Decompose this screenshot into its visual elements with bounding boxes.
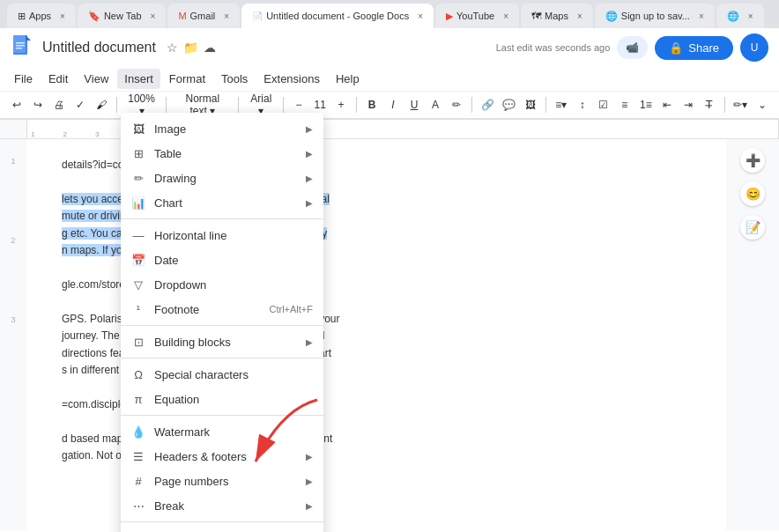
- comment-button[interactable]: 💬: [499, 95, 519, 115]
- arrow-icon-chart: ▶: [306, 198, 313, 208]
- star-icon[interactable]: ☆: [167, 41, 178, 55]
- redo-button[interactable]: ↪: [28, 95, 48, 115]
- tab-maps[interactable]: 🗺 Maps ×: [521, 4, 593, 28]
- text-color-button[interactable]: A: [426, 95, 445, 115]
- tab-gmail[interactable]: M Gmail ×: [167, 4, 240, 28]
- more-button[interactable]: ⌄: [753, 95, 772, 115]
- clear-format-button[interactable]: T̶: [700, 95, 719, 115]
- menu-item-building-blocks[interactable]: ⊡ Building blocks ▶: [121, 329, 323, 354]
- italic-button[interactable]: I: [383, 95, 403, 115]
- lock-icon: 🔒: [669, 41, 683, 55]
- title-actions: ☆ 📁 ☁: [167, 41, 216, 55]
- insert-dropdown-menu: 🖼 Image ▶ ⊞ Table ▶ ✏ Drawing ▶ 📊 Chart …: [121, 113, 323, 532]
- bullets-button[interactable]: ≡: [615, 95, 634, 115]
- title-bar: Untitled document ☆ 📁 ☁ Last edit was se…: [0, 28, 779, 67]
- add-comment-side-icon[interactable]: ➕: [740, 148, 765, 173]
- indent-more-button[interactable]: ⇥: [679, 95, 698, 115]
- image-button[interactable]: 🖼: [521, 95, 540, 115]
- tab-extra[interactable]: 🌐 ×: [716, 4, 764, 28]
- menu-item-equation[interactable]: π Equation: [121, 387, 323, 411]
- menu-file[interactable]: File: [7, 69, 40, 89]
- doc-container: 1 2 3 details?id=com.google.android.apps…: [0, 139, 779, 530]
- break-icon: ⋯: [131, 499, 145, 513]
- tab-youtube[interactable]: ▶ YouTube ×: [435, 4, 519, 28]
- menu-item-date[interactable]: 📅 Date: [121, 248, 323, 272]
- spellcheck-button[interactable]: ✓: [70, 95, 90, 115]
- bold-button[interactable]: B: [362, 95, 382, 115]
- image-menu-icon: 🖼: [131, 122, 145, 136]
- indent-less-button[interactable]: ⇤: [657, 95, 677, 115]
- arrow-icon-break: ▶: [306, 501, 313, 511]
- menu-format[interactable]: Format: [162, 69, 212, 89]
- numbered-button[interactable]: 1≡: [636, 95, 656, 115]
- arrow-icon-pn: ▶: [306, 477, 313, 486]
- paint-format-button[interactable]: 🖌: [92, 95, 111, 115]
- menu-extensions[interactable]: Extensions: [256, 69, 327, 89]
- menu-item-watermark[interactable]: 💧 Watermark: [121, 419, 323, 444]
- meet-icon: 📹: [626, 41, 639, 54]
- equation-icon: π: [131, 392, 145, 406]
- checklist-button[interactable]: ☑: [594, 95, 613, 115]
- menu-item-special-chars[interactable]: Ω Special characters: [121, 362, 323, 387]
- highlight-button[interactable]: ✏: [447, 95, 466, 115]
- meet-button[interactable]: 📹: [617, 36, 648, 59]
- user-avatar[interactable]: U: [740, 33, 768, 62]
- chart-menu-icon: 📊: [131, 196, 145, 210]
- tab-signup[interactable]: 🌐 Sign up to sav... ×: [595, 4, 715, 28]
- print-button[interactable]: 🖨: [49, 95, 69, 115]
- menu-item-headers[interactable]: ☰ Headers & footers ▶: [121, 444, 323, 469]
- arrow-icon-table: ▶: [306, 149, 313, 159]
- sep-3: [121, 358, 323, 358]
- dropdown-menu-icon: ▽: [131, 277, 145, 292]
- zoom-button[interactable]: 100% ▾: [122, 95, 161, 115]
- footnote-menu-icon: ¹: [131, 302, 145, 316]
- suggest-side-icon[interactable]: 📝: [740, 215, 765, 240]
- arrow-icon: ▶: [306, 124, 313, 134]
- menu-tools[interactable]: Tools: [214, 69, 255, 89]
- menu-item-footnote[interactable]: ¹ Footnote Ctrl+Alt+F: [121, 297, 323, 321]
- menu-edit[interactable]: Edit: [41, 69, 75, 89]
- line-spacing-button[interactable]: ↕: [573, 95, 592, 115]
- cloud-icon[interactable]: ☁: [204, 41, 216, 55]
- tab-apps[interactable]: ⊞ Apps ×: [7, 4, 76, 28]
- tab-newtab[interactable]: 🔖 New Tab ×: [78, 4, 166, 28]
- watermark-icon: 💧: [131, 425, 145, 439]
- menu-item-drawing[interactable]: ✏ Drawing ▶: [121, 166, 323, 190]
- sep-5: [121, 521, 323, 522]
- svg-marker-2: [26, 35, 31, 41]
- menu-item-page-numbers[interactable]: # Page numbers ▶: [121, 469, 323, 493]
- table-menu-icon: ⊞: [131, 146, 145, 160]
- menu-item-hline[interactable]: — Horizontal line: [121, 223, 323, 248]
- move-icon[interactable]: 📁: [183, 41, 198, 55]
- font-size[interactable]: 11: [310, 95, 330, 115]
- tab-docs[interactable]: 📄 Untitled document - Google Docs ×: [241, 4, 434, 28]
- menu-item-chart[interactable]: 📊 Chart ▶: [121, 190, 323, 215]
- svg-rect-1: [13, 35, 26, 53]
- font-button[interactable]: Arial ▾: [244, 95, 278, 115]
- align-button[interactable]: ≡▾: [552, 95, 571, 115]
- suggest-button[interactable]: ✏▾: [731, 95, 751, 115]
- menu-item-link[interactable]: 🔗 Link Ctrl+K: [121, 526, 323, 532]
- menu-help[interactable]: Help: [329, 69, 367, 89]
- svg-rect-5: [16, 48, 22, 49]
- page-numbers: 1 2 3: [0, 139, 26, 324]
- menu-item-table[interactable]: ⊞ Table ▶: [121, 141, 323, 166]
- menu-view[interactable]: View: [77, 69, 115, 89]
- share-button[interactable]: 🔒 Share: [655, 36, 733, 60]
- menu-item-break[interactable]: ⋯ Break ▶: [121, 493, 323, 518]
- font-size-plus[interactable]: +: [331, 95, 351, 115]
- svg-rect-3: [16, 42, 25, 44]
- building-blocks-icon: ⊡: [131, 335, 145, 349]
- emoji-side-icon[interactable]: 😊: [740, 181, 765, 206]
- doc-title[interactable]: Untitled document: [42, 40, 156, 55]
- underline-button[interactable]: U: [404, 95, 424, 115]
- menu-insert[interactable]: Insert: [117, 69, 160, 89]
- page-numbers-icon: #: [131, 474, 145, 488]
- font-size-minus[interactable]: −: [289, 95, 308, 115]
- undo-button[interactable]: ↩: [7, 95, 26, 115]
- ruler: 1234567: [0, 120, 779, 139]
- normal-text-button[interactable]: Normal text ▾: [172, 95, 233, 115]
- link-button[interactable]: 🔗: [478, 95, 498, 115]
- menu-item-dropdown[interactable]: ▽ Dropdown: [121, 272, 323, 297]
- menu-item-image[interactable]: 🖼 Image ▶: [121, 116, 323, 141]
